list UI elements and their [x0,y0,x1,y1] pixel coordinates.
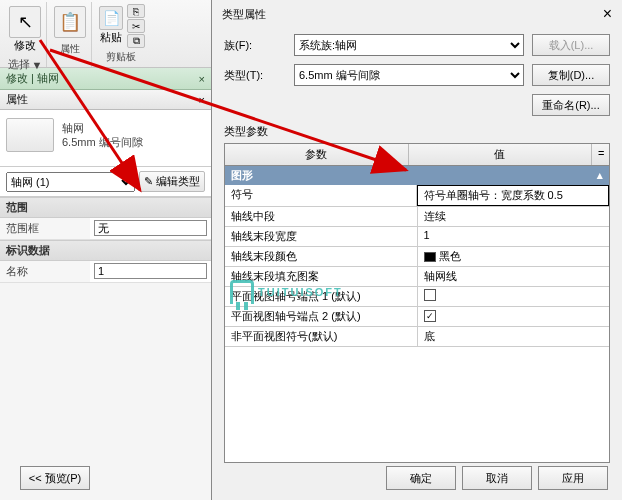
property-grid: 范围 范围框 标识数据 名称 [0,197,211,283]
param-value[interactable]: 黑色 [418,247,610,266]
properties-close[interactable]: × [199,94,205,106]
dialog-title: 类型属性 [222,7,266,22]
param-row[interactable]: 轴线末段颜色黑色 [225,247,609,267]
param-value[interactable]: 底 [418,327,610,346]
param-value[interactable]: 1 [418,227,610,246]
param-row[interactable]: 平面视图轴号端点 2 (默认)✓ [225,307,609,327]
param-value[interactable]: ✓ [418,307,610,326]
name-input[interactable] [94,263,207,279]
properties-title: 属性 [6,92,28,107]
tab-close[interactable]: × [199,73,205,85]
ribbon-group-select: ↖ 修改 选择 ▼ [4,2,47,67]
cut-icon[interactable]: ✂ [127,19,145,33]
ribbon: ↖ 修改 选择 ▼ 📋 属性 📄 粘贴 ⎘ ✂ ⧉ [0,0,211,68]
param-row[interactable]: 轴线中段连续 [225,207,609,227]
match-icon[interactable]: ⎘ [127,4,145,18]
param-name: 非平面视图符号(默认) [225,327,418,346]
cursor-icon: ↖ [9,6,41,38]
group-scope[interactable]: 范围 [0,197,211,218]
edit-type-button[interactable]: ✎ 编辑类型 [139,171,205,192]
cancel-button[interactable]: 取消 [462,466,532,490]
rename-row: 重命名(R)... [224,94,610,116]
properties-group-label: 属性 [60,42,80,56]
param-name: 轴线末段宽度 [225,227,418,246]
param-value[interactable]: 符号单圈轴号：宽度系数 0.5 [417,185,610,206]
param-value[interactable]: 轴网线 [418,267,610,286]
properties-header: 属性 × [0,90,211,110]
dialog-titlebar: 类型属性 × [212,0,622,28]
scope-box-input[interactable] [94,220,207,236]
properties-button[interactable]: 📋 [52,4,88,40]
select-group-label: 选择 ▼ [8,57,43,72]
param-value[interactable] [418,287,610,306]
params-head: 参数 值 = [225,144,609,166]
prop-scope-box: 范围框 [0,218,211,240]
type-thumbnail [6,118,54,152]
paste-button[interactable]: 📄 粘贴 [97,4,125,48]
edit-type-icon: ✎ [144,175,153,188]
param-name: 轴线中段 [225,207,418,226]
type-info: 轴网 6.5mm 编号间隙 [62,121,143,150]
ribbon-group-clipboard: 📄 粘贴 ⎘ ✂ ⧉ 剪贴板 [94,2,148,67]
param-name: 平面视图轴号端点 2 (默认) [225,307,418,326]
family-select[interactable]: 轴网 (1) [6,172,135,192]
dialog-footer: << 预览(P) 确定 取消 应用 [386,466,608,490]
rename-button[interactable]: 重命名(R)... [532,94,610,116]
param-name: 轴线末段填充图案 [225,267,418,286]
paste-icon: 📄 [99,6,123,30]
param-row[interactable]: 轴线末段宽度1 [225,227,609,247]
type-properties-dialog: 类型属性 × 族(F): 系统族:轴网 载入(L)... 类型(T): 6.5m… [211,0,622,500]
apply-button[interactable]: 应用 [538,466,608,490]
properties-icon: 📋 [54,6,86,38]
duplicate-button[interactable]: 复制(D)... [532,64,610,86]
modify-label: 修改 [14,38,36,53]
type-params-label: 类型参数 [224,124,610,139]
param-value[interactable]: 连续 [418,207,610,226]
prop-name: 名称 [0,261,211,283]
family-row: 族(F): 系统族:轴网 载入(L)... [224,34,610,56]
dialog-body: 族(F): 系统族:轴网 载入(L)... 类型(T): 6.5mm 编号间隙 … [212,28,622,469]
copy-icon[interactable]: ⧉ [127,34,145,48]
tab-title: 修改 | 轴网 [6,71,59,86]
param-row[interactable]: 符号符号单圈轴号：宽度系数 0.5 [225,185,609,207]
param-name: 符号 [225,185,417,206]
group-graphics[interactable]: 图形 [225,166,609,185]
type-row: 类型(T): 6.5mm 编号间隙 复制(D)... [224,64,610,86]
context-tab: 修改 | 轴网 × [0,68,211,90]
clipboard-group-label: 剪贴板 [106,50,136,64]
dialog-close[interactable]: × [603,5,612,23]
param-name: 平面视图轴号端点 1 (默认) [225,287,418,306]
type-selector[interactable]: 轴网 6.5mm 编号间隙 [0,110,211,167]
param-row[interactable]: 轴线末段填充图案轴网线 [225,267,609,287]
type-dropdown[interactable]: 6.5mm 编号间隙 [294,64,524,86]
modify-button[interactable]: ↖ 修改 [7,4,43,55]
instance-row: 轴网 (1) ✎ 编辑类型 [0,167,211,197]
param-name: 轴线末段颜色 [225,247,418,266]
params-table: 参数 值 = 图形 符号符号单圈轴号：宽度系数 0.5轴线中段连续轴线末段宽度1… [224,143,610,463]
group-identity[interactable]: 标识数据 [0,240,211,261]
ok-button[interactable]: 确定 [386,466,456,490]
preview-button[interactable]: << 预览(P) [20,466,90,490]
family-dropdown[interactable]: 系统族:轴网 [294,34,524,56]
param-row[interactable]: 平面视图轴号端点 1 (默认) [225,287,609,307]
ribbon-group-properties: 📋 属性 [49,2,92,67]
load-button[interactable]: 载入(L)... [532,34,610,56]
left-panel: ↖ 修改 选择 ▼ 📋 属性 📄 粘贴 ⎘ ✂ ⧉ [0,0,211,500]
param-row[interactable]: 非平面视图符号(默认)底 [225,327,609,347]
